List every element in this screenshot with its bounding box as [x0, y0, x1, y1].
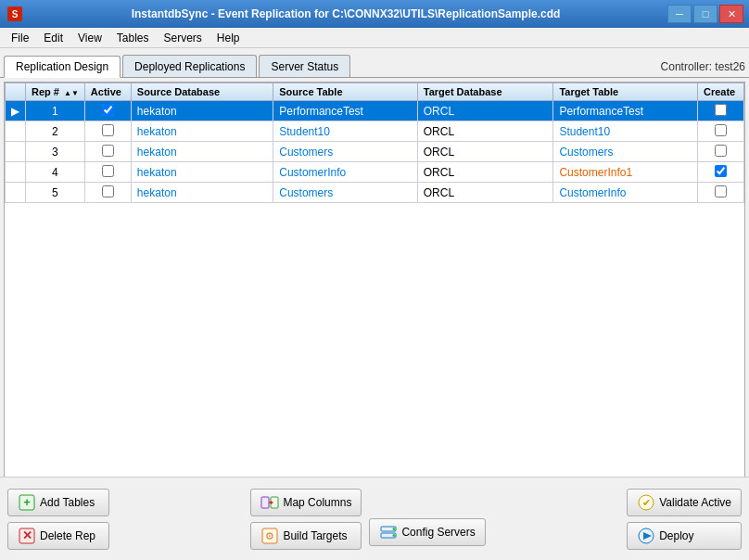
add-tables-button[interactable]: + Add Tables [7, 489, 109, 516]
config-servers-button[interactable]: Config Servers [369, 518, 485, 546]
source-table: Customers [273, 142, 418, 162]
source-db: hekaton [131, 121, 273, 142]
window-title: InstantdbSync - Event Replication for C:… [24, 7, 667, 20]
table-row[interactable]: 4hekatonCustomerInfoORCLCustomerInfo1 [6, 162, 744, 183]
target-table: CustomerInfo1 [553, 162, 698, 183]
main-content: Rep # ▲▼ Active Source Database Source T… [4, 82, 745, 515]
replication-table: Rep # ▲▼ Active Source Database Source T… [5, 83, 744, 203]
add-tables-icon: + [18, 493, 36, 512]
config-servers-icon [379, 523, 398, 541]
create-checkbox[interactable] [715, 104, 727, 116]
add-tables-label: Add Tables [40, 496, 95, 509]
app-icon: S [6, 5, 24, 23]
deploy-icon [637, 527, 655, 545]
deploy-label: Deploy [659, 529, 693, 542]
build-targets-button[interactable]: ⚙ Build Targets [250, 522, 362, 550]
active-cell[interactable] [84, 183, 131, 203]
menu-item-file[interactable]: File [4, 30, 36, 46]
active-checkbox[interactable] [102, 124, 114, 136]
source-table: Student10 [273, 121, 418, 142]
target-table: Student10 [553, 121, 698, 142]
source-db: hekaton [131, 162, 273, 183]
create-checkbox[interactable] [715, 185, 727, 197]
target-db: ORCL [417, 162, 553, 183]
create-cell[interactable] [698, 101, 744, 121]
row-arrow: ▶ [6, 101, 26, 121]
target-table: PerformanceTest [553, 101, 698, 121]
validate-active-button[interactable]: ✔ Validate Active [627, 489, 742, 516]
svg-text:✔: ✔ [642, 497, 651, 508]
create-checkbox[interactable] [715, 124, 727, 136]
middle-buttons: Map Columns ⚙ Build Targets [250, 489, 362, 550]
delete-rep-icon: ✕ [18, 527, 36, 545]
source-table: CustomerInfo [273, 162, 418, 183]
create-cell[interactable] [698, 183, 744, 203]
tab-bar: Replication DesignDeployed ReplicationsS… [0, 48, 749, 78]
svg-point-14 [393, 528, 396, 530]
source-db: hekaton [131, 142, 273, 162]
right-buttons: ✔ Validate Active Deploy [627, 489, 742, 550]
source-db: hekaton [131, 183, 273, 203]
active-checkbox[interactable] [102, 165, 114, 177]
map-columns-button[interactable]: Map Columns [250, 489, 362, 516]
table-row[interactable]: 5hekatonCustomersORCLCustomerInfo [6, 183, 744, 203]
active-cell[interactable] [84, 101, 131, 121]
create-cell[interactable] [698, 121, 744, 142]
col-header-arrow [6, 83, 26, 101]
svg-text:+: + [23, 495, 31, 509]
create-cell[interactable] [698, 162, 744, 183]
rep-num: 1 [26, 101, 85, 121]
active-cell[interactable] [84, 121, 131, 142]
menu-item-tables[interactable]: Tables [109, 30, 157, 46]
active-checkbox[interactable] [102, 145, 114, 157]
map-columns-label: Map Columns [283, 496, 351, 509]
menu-bar: FileEditViewTablesServersHelp [0, 28, 749, 48]
bottom-bar: + Add Tables ✕ Delete Rep [0, 477, 749, 560]
build-targets-icon: ⚙ [260, 527, 279, 545]
maximize-button[interactable]: □ [693, 5, 717, 23]
deploy-button[interactable]: Deploy [627, 522, 742, 550]
create-cell[interactable] [698, 142, 744, 162]
target-db: ORCL [417, 121, 553, 142]
target-db: ORCL [417, 142, 553, 162]
delete-rep-button[interactable]: ✕ Delete Rep [7, 522, 109, 550]
title-bar: S InstantdbSync - Event Replication for … [0, 0, 749, 28]
tab-server-status[interactable]: Server Status [259, 55, 350, 77]
window-controls: ─ □ ✕ [667, 5, 743, 23]
menu-item-servers[interactable]: Servers [157, 30, 209, 46]
rep-num: 3 [26, 142, 85, 162]
menu-item-view[interactable]: View [70, 30, 109, 46]
col-header-source-table: Source Table [273, 83, 418, 101]
tab-replication-design[interactable]: Replication Design [4, 56, 121, 78]
map-columns-icon [260, 493, 279, 512]
col-header-target-db: Target Database [417, 83, 553, 101]
create-checkbox[interactable] [715, 165, 727, 177]
row-arrow [6, 121, 26, 142]
table-row[interactable]: 3hekatonCustomersORCLCustomers [6, 142, 744, 162]
close-button[interactable]: ✕ [719, 5, 743, 23]
active-checkbox[interactable] [102, 104, 114, 116]
minimize-button[interactable]: ─ [667, 5, 692, 23]
row-arrow [6, 142, 26, 162]
table-row[interactable]: 2hekatonStudent10ORCLStudent10 [6, 121, 744, 142]
col-header-rep-num[interactable]: Rep # ▲▼ [26, 83, 85, 101]
config-servers-label: Config Servers [401, 526, 475, 539]
target-table: Customers [553, 142, 698, 162]
target-db: ORCL [417, 183, 553, 203]
rep-num: 5 [26, 183, 85, 203]
tab-deployed-replications[interactable]: Deployed Replications [122, 55, 257, 77]
active-cell[interactable] [84, 142, 131, 162]
create-checkbox[interactable] [715, 145, 727, 157]
config-col: Config Servers [369, 518, 485, 546]
menu-item-help[interactable]: Help [209, 30, 248, 46]
col-header-create: Create [698, 83, 744, 101]
table-row[interactable]: ▶1hekatonPerformanceTestORCLPerformanceT… [6, 101, 744, 121]
active-checkbox[interactable] [102, 185, 114, 197]
target-table: CustomerInfo [553, 183, 698, 203]
col-header-source-db: Source Database [131, 83, 273, 101]
menu-item-edit[interactable]: Edit [36, 30, 70, 46]
active-cell[interactable] [84, 162, 131, 183]
svg-text:⚙: ⚙ [265, 530, 274, 541]
svg-point-15 [393, 534, 396, 537]
rep-num: 2 [26, 121, 85, 142]
